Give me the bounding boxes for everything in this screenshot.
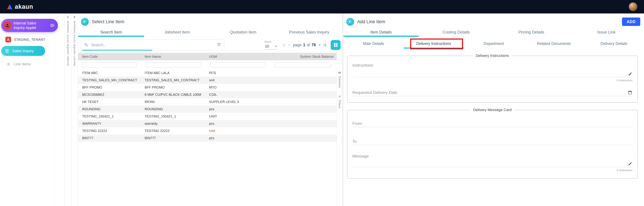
sidebar-item-label: Line Items (14, 62, 31, 66)
tab-search-item[interactable]: Search Item (78, 28, 144, 36)
workspace-tab-listing[interactable]: 2 INTERNAL SALES INQUIRY LISTING (71, 14, 78, 206)
item-name-filter-input[interactable] (146, 62, 201, 68)
message-field[interactable]: Message 0 characters (352, 154, 632, 172)
next-page-button[interactable]: > (318, 43, 320, 47)
tab-costing-details[interactable]: Costing Details (418, 28, 494, 36)
stock-balance-filter-input[interactable] (275, 62, 331, 68)
calendar-icon[interactable] (628, 90, 632, 95)
instructions-field[interactable]: Instructions 0 characters (352, 63, 632, 82)
add-button[interactable]: ADD (622, 18, 640, 26)
columns-label: Columns (338, 76, 341, 88)
cell-uom: pcs (207, 136, 271, 140)
logo-triangle-icon (6, 3, 13, 10)
to-field[interactable]: To (352, 136, 632, 145)
workspace-tab-create[interactable]: 1 INTERNAL SALES INQUIRY CREATE (64, 14, 71, 206)
field-label: Instructions (352, 63, 373, 68)
tab-pricing-details[interactable]: Pricing Details (494, 28, 569, 36)
cell-item-name: TESTING 22222 (142, 129, 207, 133)
tab-previous-sales-inquiry[interactable]: Previous Sales Inquiry (276, 28, 342, 36)
sidebar-item-sales-inquiry[interactable]: Sales Inquiry (1, 46, 45, 56)
tab-label: Search Item (100, 30, 122, 34)
arrow-left-icon (348, 20, 352, 24)
from-field[interactable]: From (352, 118, 632, 127)
arrow-left-icon (83, 20, 87, 24)
field-label: Requested Delivery Date (352, 90, 397, 95)
table-row[interactable]: HK TESET IRFAN SUPPLER LEVEL 3 (78, 98, 337, 106)
sidebar: Internal Sales Inquiry Applet A STAGING_… (0, 14, 55, 206)
cell-item-code: BFF PROMO (78, 86, 142, 89)
search-input[interactable] (91, 43, 214, 47)
sidebar-item-line-items[interactable]: Line Items (6, 62, 31, 66)
table-header-row: Item Code Item Name UOM System Stock Bal… (78, 53, 337, 60)
chevron-down-icon: ▾ (276, 45, 277, 48)
menu-open-icon[interactable] (50, 23, 55, 28)
tab-quotation-item[interactable]: Quotation Item (210, 28, 276, 36)
back-button[interactable] (346, 18, 354, 26)
item-details-subtabs: Main Details Delivery Instructions Depar… (344, 39, 644, 48)
edit-pencil-icon[interactable] (628, 72, 632, 76)
rows-label: Rows (264, 40, 279, 44)
table-row[interactable]: TESTING_150421_1 TESTING_150421_1 UNIT (78, 113, 337, 120)
input-underline (352, 77, 632, 77)
requested-delivery-date-field[interactable]: Requested Delivery Date (352, 87, 632, 96)
table-row[interactable]: BFF PROMO BFF PROMO MTO (78, 84, 337, 91)
rows-per-page-select[interactable]: 10 ▾ (264, 44, 277, 50)
item-code-filter-input[interactable] (82, 62, 136, 68)
tab-jobsheet-item[interactable]: Jobsheet Item (144, 28, 210, 36)
cell-uom: pcs (207, 107, 271, 111)
character-counter: 0 characters (352, 169, 632, 172)
filter-funnel-icon[interactable] (216, 42, 221, 47)
table-row[interactable]: TESTING 22222 TESTING 22222 Unit (78, 127, 337, 134)
table-body: ITEM ABC ITEM ABC LALA PCS TESTING_SALES… (78, 69, 337, 142)
tab-label: Costing Details (443, 30, 470, 34)
tab-label: Delivery Instructions (416, 42, 451, 46)
field-label: Message (352, 154, 369, 158)
sidebar-item-label: Sales Inquiry (12, 49, 34, 53)
cell-item-code: TESTING 22222 (78, 129, 142, 133)
prev-page-button[interactable]: < (288, 43, 290, 47)
first-page-button[interactable]: |< (283, 43, 286, 47)
rows-per-page: Rows 10 ▾ (264, 40, 279, 50)
table-row[interactable]: ROUNDING ROUNDING pcs (78, 106, 337, 113)
grid-icon (333, 42, 338, 48)
columns-tool[interactable]: Columns (338, 71, 341, 88)
subtab-delivery-instructions[interactable]: Delivery Instructions (404, 39, 464, 48)
filters-tool[interactable]: Filters (338, 95, 341, 108)
cell-item-code: ITEM ABC (78, 71, 142, 75)
cell-item-code: MCSC006BKZ (78, 93, 142, 96)
user-avatar[interactable] (628, 2, 638, 11)
line-item-tabs: Item Details Costing Details Pricing Det… (344, 28, 644, 36)
table-row[interactable]: ITEM ABC ITEM ABC LALA PCS (78, 69, 337, 76)
sidebar-item-applet[interactable]: Internal Sales Inquiry Applet (1, 19, 58, 32)
subtab-department[interactable]: Department (464, 39, 524, 48)
sidebar-item-tenant[interactable]: A STAGING_TENANT (6, 37, 45, 42)
last-page-button[interactable]: >| (323, 43, 326, 47)
column-header-item-name[interactable]: Item Name (142, 55, 207, 58)
back-button[interactable] (81, 18, 89, 26)
tab-label: Main Details (363, 42, 384, 46)
column-header-stock-balance[interactable]: System Stock Balance (271, 55, 337, 58)
subtab-main-details[interactable]: Main Details (344, 39, 404, 48)
cell-item-name: BIN777 (142, 136, 207, 140)
column-header-uom[interactable]: UOM (207, 55, 271, 58)
tab-issue-link[interactable]: Issue Link (569, 28, 644, 36)
table-row[interactable]: BIN777 BIN777 pcs (78, 134, 337, 142)
applet-avatar-icon (3, 21, 12, 30)
grid-view-button[interactable] (331, 40, 340, 50)
subtab-related-documents[interactable]: Related Documents (524, 39, 584, 48)
rows-value: 10 (265, 44, 269, 48)
table-row[interactable]: MCSC006BKZ 6 MM² CU/PVC BLACK CABLE 100M… (78, 91, 337, 98)
tab-label: Related Documents (537, 42, 571, 46)
uom-filter-input[interactable] (210, 62, 266, 68)
column-header-item-code[interactable]: Item Code (78, 55, 142, 58)
edit-pencil-icon[interactable] (628, 162, 632, 166)
workspace-tab-number: 2 (74, 16, 75, 19)
subtab-delivery-details[interactable]: Delivery Details (584, 39, 644, 48)
table-row[interactable]: TESTING_SALES_MH_CONTRACT TESTING_SALES_… (78, 76, 337, 84)
search-box[interactable] (81, 40, 224, 50)
search-icon (84, 42, 89, 47)
akaun-logo[interactable]: akaun (6, 3, 33, 10)
table-row[interactable]: WARRANTY warranty pcs (78, 120, 337, 127)
cell-uom: PCS (207, 71, 271, 75)
tab-item-details[interactable]: Item Details (344, 28, 418, 36)
